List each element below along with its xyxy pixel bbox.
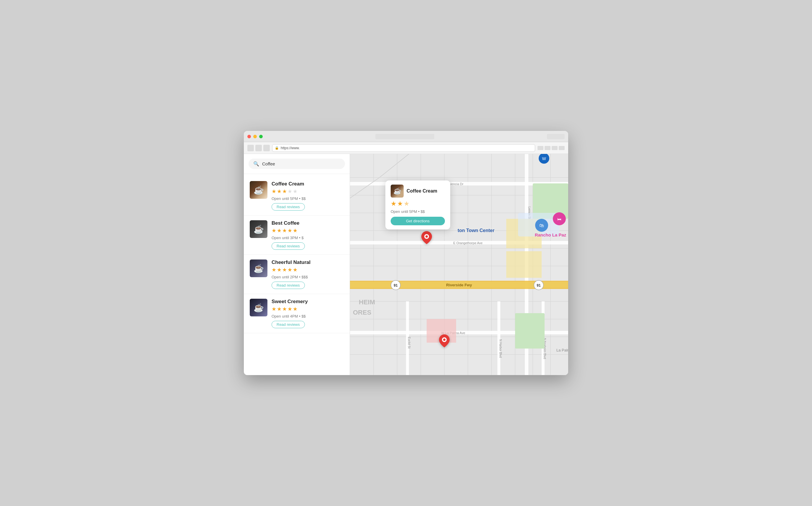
result-meta: Open until 5PM • $$ (272, 196, 344, 201)
search-icon: 🔍 (253, 161, 259, 167)
star-2: ★ (277, 188, 282, 195)
star-3: ★ (282, 306, 287, 312)
popup-name: Coffee Cream (407, 188, 437, 194)
popup-meta: Open until 5PM • $$ (391, 209, 445, 214)
back-button[interactable] (247, 145, 254, 151)
svg-rect-45 (506, 251, 542, 278)
star-4: ★ (287, 227, 292, 234)
result-list: Coffee Cream ★ ★ ★ ★ ★ Open until 5PM • … (244, 174, 350, 336)
svg-text:🛏: 🛏 (557, 217, 561, 222)
star-rating: ★ ★ ★ ★ ★ (272, 227, 344, 234)
svg-text:Riverside Fwy: Riverside Fwy (446, 283, 472, 287)
svg-text:La Palma: La Palma (556, 348, 568, 352)
search-input[interactable] (262, 161, 340, 166)
popup-stars: ★ ★ ★ (391, 200, 445, 207)
svg-text:Rancho La Paz: Rancho La Paz (535, 232, 566, 237)
minimize-button[interactable] (253, 135, 257, 138)
read-reviews-button[interactable]: Read reviews (272, 242, 305, 250)
browser-content: 🔍 Coffee Cream ★ ★ ★ ★ ★ (244, 154, 568, 375)
share-button[interactable] (538, 146, 543, 150)
svg-text:ORES: ORES (353, 309, 371, 316)
result-info: Best Coffee ★ ★ ★ ★ ★ Open until 3PM • $… (272, 220, 344, 250)
svg-text:N Harbor Blvd: N Harbor Blvd (499, 339, 502, 358)
url-text: https://www. (281, 146, 300, 150)
address-bar[interactable]: 🔒 https://www. (272, 144, 535, 152)
map-pin-2[interactable] (439, 334, 450, 348)
star-rating: ★ ★ ★ ★ ★ (272, 267, 344, 273)
search-bar: 🔍 (244, 154, 350, 174)
svg-rect-46 (515, 313, 545, 348)
result-meta: Open until 4PM • $$ (272, 314, 344, 319)
browser-controls (538, 146, 565, 150)
popup-star-2: ★ (397, 200, 403, 207)
svg-text:HEIM: HEIM (359, 299, 375, 306)
popup-thumbnail (391, 185, 403, 197)
read-reviews-button[interactable]: Read reviews (272, 203, 305, 210)
star-5: ★ (293, 188, 297, 195)
star-1: ★ (272, 306, 276, 312)
star-5: ★ (293, 227, 297, 234)
search-input-wrap[interactable]: 🔍 (249, 159, 345, 169)
maximize-button[interactable] (259, 135, 263, 138)
result-name: Coffee Cream (272, 181, 344, 187)
map-popup: Coffee Cream ★ ★ ★ Open until 5PM • $$ G… (385, 180, 450, 230)
result-thumbnail (250, 181, 267, 199)
result-meta: Open until 2PM • $$$ (272, 275, 344, 279)
result-thumbnail (250, 299, 267, 316)
menu-button[interactable] (559, 146, 565, 150)
sidebar: 🔍 Coffee Cream ★ ★ ★ ★ ★ (244, 154, 350, 375)
star-5: ★ (293, 267, 297, 273)
result-name: Cheerful Natural (272, 259, 344, 265)
map-area: W Valencia Dr E Orangethorpe Ave Lemon S… (350, 154, 568, 375)
result-thumbnail (250, 259, 267, 277)
star-3: ★ (282, 267, 287, 273)
star-2: ★ (277, 267, 282, 273)
close-button[interactable] (247, 135, 251, 138)
star-1: ★ (272, 267, 276, 273)
star-4: ★ (287, 188, 292, 195)
star-4: ★ (287, 306, 292, 312)
list-item[interactable]: Coffee Cream ★ ★ ★ ★ ★ Open until 5PM • … (244, 176, 350, 216)
browser-window: 🔒 https://www. 🔍 (244, 131, 568, 375)
star-1: ★ (272, 227, 276, 234)
result-name: Best Coffee (272, 220, 344, 226)
star-rating: ★ ★ ★ ★ ★ (272, 188, 344, 195)
browser-toolbar: 🔒 https://www. (244, 142, 568, 154)
svg-text:W: W (542, 156, 546, 161)
result-info: Coffee Cream ★ ★ ★ ★ ★ Open until 5PM • … (272, 181, 344, 210)
tab-button[interactable] (552, 146, 557, 150)
popup-star-1: ★ (391, 200, 396, 207)
star-rating: ★ ★ ★ ★ ★ (272, 306, 344, 312)
result-info: Sweet Cremery ★ ★ ★ ★ ★ Open until 4PM •… (272, 299, 344, 328)
popup-star-3: ★ (403, 200, 410, 207)
reload-button[interactable] (263, 145, 270, 151)
svg-text:ton Town Center: ton Town Center (458, 228, 494, 233)
list-item[interactable]: Cheerful Natural ★ ★ ★ ★ ★ Open until 2P… (244, 255, 350, 294)
map-pin-1[interactable] (421, 231, 432, 245)
result-meta: Open until 3PM • $ (272, 236, 344, 240)
lock-icon: 🔒 (275, 146, 279, 150)
browser-titlebar (244, 131, 568, 142)
svg-point-63 (426, 235, 428, 238)
result-info: Cheerful Natural ★ ★ ★ ★ ★ Open until 2P… (272, 259, 344, 289)
star-3: ★ (282, 227, 287, 234)
map-svg: W Valencia Dr E Orangethorpe Ave Lemon S… (350, 154, 568, 375)
list-item[interactable]: Best Coffee ★ ★ ★ ★ ★ Open until 3PM • $… (244, 216, 350, 255)
read-reviews-button[interactable]: Read reviews (272, 321, 305, 328)
forward-button[interactable] (255, 145, 262, 151)
nav-buttons (247, 145, 270, 151)
star-1: ★ (272, 188, 276, 195)
star-5: ★ (293, 306, 297, 312)
star-4: ★ (287, 267, 292, 273)
svg-text:🛍: 🛍 (539, 223, 544, 228)
bookmark-button[interactable] (545, 146, 550, 150)
svg-text:91: 91 (393, 283, 398, 287)
popup-header: Coffee Cream (391, 185, 445, 197)
svg-text:91: 91 (537, 283, 541, 287)
list-item[interactable]: Sweet Cremery ★ ★ ★ ★ ★ Open until 4PM •… (244, 294, 350, 333)
result-name: Sweet Cremery (272, 299, 344, 305)
read-reviews-button[interactable]: Read reviews (272, 281, 305, 289)
get-directions-button[interactable]: Get directions (391, 217, 445, 225)
star-2: ★ (277, 227, 282, 234)
svg-text:Euclid St: Euclid St (408, 337, 411, 348)
